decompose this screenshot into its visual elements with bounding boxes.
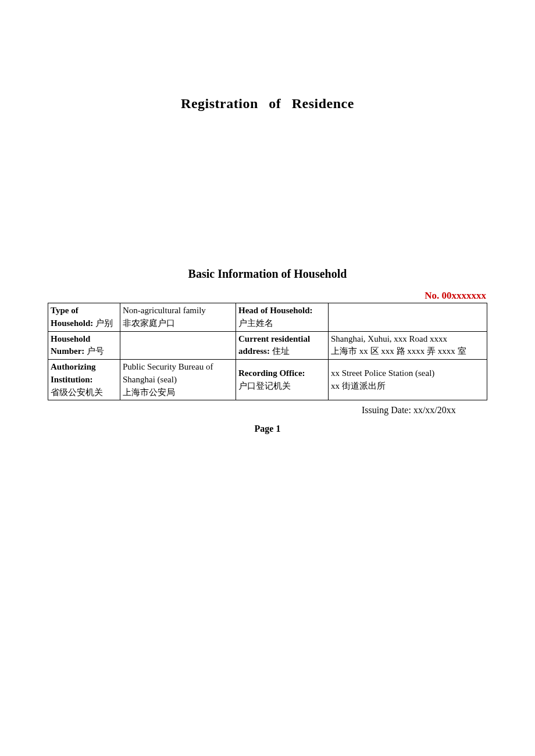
table-row: Authorizing Institution: 省级公安机关 Public S…	[48, 360, 487, 400]
recording-office-value: xx Street Police Station (seal) xx 街道派出所	[329, 360, 487, 400]
section-subtitle: Basic Information of Household	[48, 267, 487, 281]
type-of-household-value: Non-agricultural family 非农家庭户口	[120, 303, 236, 332]
household-number-value	[120, 331, 236, 360]
residential-address-label: Current residential address: 住址	[236, 331, 329, 360]
table-row: Household Number: 户号 Current residential…	[48, 331, 487, 360]
head-of-household-label: Head of Household: 户主姓名	[236, 303, 329, 332]
type-of-household-label: Type of Household: 户别	[48, 303, 120, 332]
authorizing-institution-value: Public Security Bureau of Shanghai (seal…	[120, 360, 236, 400]
issuing-date-label: Issuing Date:	[362, 405, 411, 415]
household-info-table: Type of Household: 户别 Non-agricultural f…	[48, 303, 487, 400]
household-number-label: Household Number: 户号	[48, 331, 120, 360]
doc-number-value: 00xxxxxxx	[442, 290, 487, 301]
document-page: Registration of Residence Basic Informat…	[0, 0, 535, 756]
main-title: Registration of Residence	[48, 0, 487, 112]
residential-address-value: Shanghai, Xuhui, xxx Road xxxx 上海市 xx 区 …	[329, 331, 487, 360]
issuing-date-value: xx/xx/20xx	[413, 405, 456, 415]
document-number: No. 00xxxxxxx	[48, 290, 487, 302]
page-number: Page 1	[48, 424, 487, 434]
authorizing-institution-label: Authorizing Institution: 省级公安机关	[48, 360, 120, 400]
table-row: Type of Household: 户别 Non-agricultural f…	[48, 303, 487, 332]
head-of-household-value	[329, 303, 487, 332]
recording-office-label: Recording Office: 户口登记机关	[236, 360, 329, 400]
doc-number-label: No.	[425, 290, 439, 301]
issuing-date: Issuing Date: xx/xx/20xx	[362, 405, 487, 415]
